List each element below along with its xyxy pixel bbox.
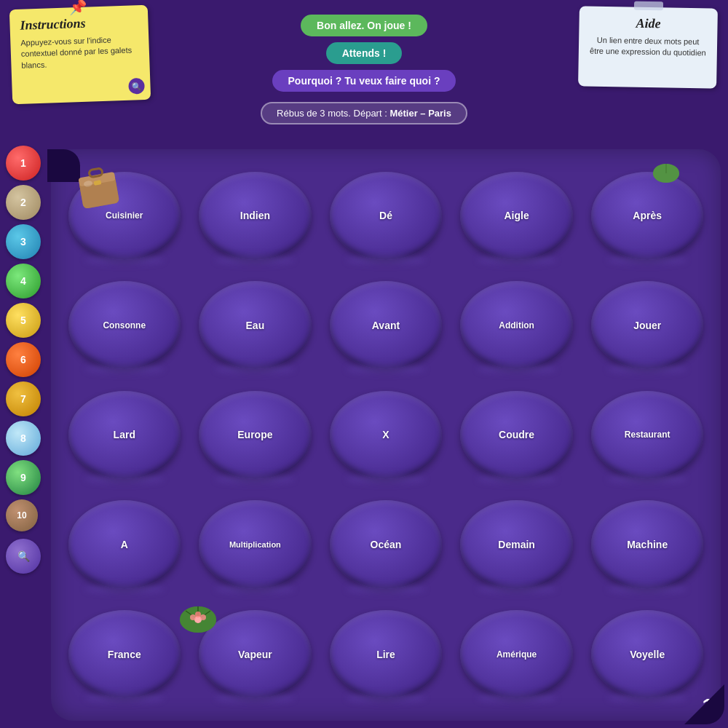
svg-rect-5 [89, 168, 103, 178]
stone-label: Eau [246, 320, 265, 331]
grid-cell: X [323, 383, 448, 487]
grid-cell: Dé [323, 164, 448, 268]
grid-cell: France [62, 602, 187, 706]
stone[interactable]: Indien [199, 172, 311, 260]
rebus-highlight: Métier – Paris [389, 108, 451, 119]
stone-label: Après [633, 210, 662, 221]
token-6[interactable]: 6 [6, 342, 41, 377]
message-bubble-2[interactable]: Attends ! [326, 42, 403, 64]
instructions-title: Instructions [20, 14, 138, 33]
stone[interactable]: Avant [330, 281, 442, 369]
grid-cell: Indien [193, 164, 318, 268]
board-grid: CuisinierIndienDéAigleAprèsConsonneEauAv… [62, 164, 710, 706]
stone-label: Jouer [633, 320, 661, 331]
svg-point-11 [195, 612, 201, 617]
grid-cell: Coudre [454, 383, 579, 487]
stone[interactable]: Dé [330, 172, 442, 260]
grid-cell: A [62, 493, 187, 597]
main-container: Instructions Appuyez-vous sur l'indice c… [0, 0, 728, 728]
grid-cell: Restaurant [585, 383, 710, 487]
stone[interactable]: Eau [199, 281, 311, 369]
stone-label: Amérique [496, 649, 537, 660]
grid-cell: Consonne [62, 274, 187, 378]
stone[interactable]: Après [591, 172, 703, 260]
grid-cell: Eau [193, 274, 318, 378]
left-sidebar: 1 2 3 4 5 6 7 8 9 10 🔍 [6, 146, 41, 574]
stone[interactable]: Aigle [460, 172, 572, 260]
grid-cell: Addition [454, 274, 579, 378]
stone-label: Aigle [504, 210, 529, 221]
stone-label: Machine [627, 539, 668, 550]
grid-cell: Après [585, 164, 710, 268]
grid-cell: Demain [454, 493, 579, 597]
token-5[interactable]: 5 [6, 303, 41, 338]
stone-label: France [108, 649, 141, 660]
stone-label: Demain [498, 539, 535, 550]
grid-cell: Lire [323, 602, 448, 706]
stone-label: Lire [376, 649, 395, 660]
stone-label: Consonne [103, 320, 146, 331]
grid-cell: Amérique [454, 602, 579, 706]
svg-point-1 [653, 164, 679, 183]
message-bubble-1[interactable]: Bon allez. On joue ! [301, 15, 427, 36]
stone[interactable]: Coudre [460, 391, 572, 479]
stone-label: Lard [114, 429, 135, 440]
search-icon: 🔍 [128, 78, 145, 95]
stone[interactable]: Restaurant [591, 391, 703, 479]
aide-card: Aide Un lien entre deux mots peut être u… [578, 6, 718, 88]
token-7[interactable]: 7 [6, 381, 41, 416]
token-10[interactable]: 10 [6, 499, 38, 531]
stone[interactable]: Océan [330, 500, 442, 588]
token-2[interactable]: 2 [6, 185, 41, 220]
grid-cell: Lard [62, 383, 187, 487]
token-3[interactable]: 3 [6, 224, 41, 259]
stone[interactable]: Lire [330, 610, 442, 698]
stone-label: A [121, 539, 128, 550]
stone[interactable]: X [330, 391, 442, 479]
token-4[interactable]: 4 [6, 264, 41, 298]
center-messages: Bon allez. On joue ! Attends ! Pourquoi … [149, 15, 579, 124]
rebus-bar: Rébus de 3 mots. Départ : Métier – Paris [261, 102, 467, 124]
stone-label: Avant [372, 320, 400, 331]
grid-cell: Jouer [585, 274, 710, 378]
stone[interactable]: Consonne [68, 281, 181, 369]
stone[interactable]: Amérique [460, 610, 572, 698]
stone[interactable]: Lard [68, 391, 181, 479]
token-search[interactable]: 🔍 [6, 539, 41, 574]
stone-label: Multiplication [229, 540, 281, 549]
stone[interactable]: Machine [591, 500, 703, 588]
instructions-card: Instructions Appuyez-vous sur l'indice c… [9, 5, 151, 105]
stone[interactable]: Europe [199, 391, 311, 479]
stone[interactable]: Multiplication [199, 500, 311, 588]
instructions-text: Appuyez-vous sur l'indice contextuel don… [20, 33, 140, 71]
stone[interactable]: France [68, 610, 181, 698]
stone-label: Dé [379, 210, 392, 221]
rebus-prefix: Rébus de 3 mots. Départ : [277, 108, 389, 119]
stone-label: Indien [240, 210, 270, 221]
grid-cell: Europe [193, 383, 318, 487]
token-9[interactable]: 9 [6, 460, 41, 495]
stone-label: Restaurant [625, 430, 670, 440]
stone-label: Vapeur [238, 649, 272, 660]
grid-cell: Voyelle [585, 602, 710, 706]
token-1[interactable]: 1 [6, 146, 41, 181]
grid-cell: Aigle [454, 164, 579, 268]
grid-cell: Multiplication [193, 493, 318, 597]
grid-cell: Océan [323, 493, 448, 597]
message-bubble-3[interactable]: Pourquoi ? Tu veux faire quoi ? [272, 70, 456, 92]
stone-label: Coudre [499, 429, 534, 440]
stone-label: Addition [499, 320, 534, 331]
stone[interactable]: Demain [460, 500, 572, 588]
svg-point-12 [190, 614, 196, 620]
svg-point-13 [200, 614, 206, 620]
top-area: Instructions Appuyez-vous sur l'indice c… [0, 0, 728, 153]
stone[interactable]: A [68, 500, 181, 588]
token-8[interactable]: 8 [6, 421, 41, 456]
stone[interactable]: Addition [460, 281, 572, 369]
stone[interactable]: Voyelle [591, 610, 703, 698]
stone[interactable]: Jouer [591, 281, 703, 369]
grid-cell: Avant [323, 274, 448, 378]
grid-cell: Machine [585, 493, 710, 597]
stone-label: Océan [371, 539, 402, 550]
aide-text: Un lien entre deux mots peut être une ex… [589, 35, 708, 60]
